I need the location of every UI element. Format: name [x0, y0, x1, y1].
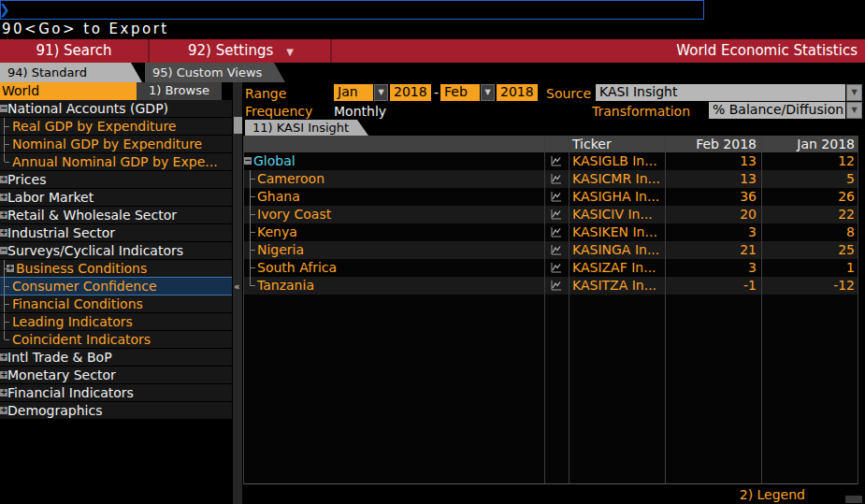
sidebar-item-nominal-gdp[interactable]: Nominal GDP by Expenditure	[0, 136, 232, 153]
sidebar-item-intl-trade-bop[interactable]: + Intl Trade & BoP	[0, 349, 232, 367]
sidebar-item-labor-market[interactable]: + Labor Market	[0, 189, 232, 207]
chart-icon[interactable]	[544, 277, 569, 295]
row-feb-value: 36	[665, 188, 761, 206]
table-row[interactable]: Ivory Coast KASICIV In... 20 22	[244, 206, 858, 223]
range-start-year-select[interactable]: 2018	[390, 84, 431, 101]
feb-column-header[interactable]: Feb 2018	[665, 136, 761, 153]
row-ticker: KASITZA In...	[569, 277, 665, 295]
export-hint-text: 90<Go> to Export	[2, 21, 169, 38]
tab-kasi-insight[interactable]: 11) KASI Insight	[245, 120, 368, 136]
row-jan-value: 26	[761, 188, 859, 206]
chevron-down-icon[interactable]: ▼	[481, 84, 495, 101]
row-ticker: KASICMR In...	[569, 170, 665, 188]
page-title: World Economic Statistics	[676, 39, 858, 63]
row-feb-value: 21	[665, 241, 761, 259]
range-end-month-select[interactable]: Feb	[440, 84, 480, 101]
chart-icon[interactable]	[544, 241, 569, 259]
chevron-down-icon[interactable]: ▼	[374, 84, 388, 101]
range-start-month-select[interactable]: Jan	[334, 84, 373, 101]
sidebar-item-leading-indicators[interactable]: Leading Indicators	[0, 313, 232, 331]
expand-icon[interactable]: +	[0, 211, 7, 219]
row-jan-value: 25	[761, 241, 859, 259]
collapse-icon[interactable]: −	[0, 247, 7, 254]
sidebar-item-annual-nominal-gdp[interactable]: Annual Nominal GDP by Expe...	[0, 153, 232, 171]
chevron-down-icon: ▼	[286, 47, 294, 57]
sidebar-item-coincident-indicators[interactable]: Coincident Indicators	[0, 331, 232, 349]
row-jan-value: -12	[761, 277, 859, 295]
table-row[interactable]: − Global KASIGLB In... 13 12	[244, 152, 858, 170]
chevron-down-icon[interactable]: ▼	[846, 102, 862, 119]
sidebar-item-business-conditions[interactable]: + Business Conditions	[0, 260, 232, 278]
table-row[interactable]: Nigeria KASINGA In... 21 25	[244, 241, 858, 259]
sidebar-item-surveys-cyclical[interactable]: − Surveys/Cyclical Indicators	[0, 242, 232, 260]
sidebar-item-retail-wholesale[interactable]: + Retail & Wholesale Sector	[0, 207, 232, 224]
menu-bar: 91) Search 92) Settings▼ World Economic …	[0, 39, 865, 63]
table-row[interactable]: Cameroon KASICMR In... 13 5	[244, 170, 858, 188]
expand-icon[interactable]: +	[0, 353, 7, 361]
search-button[interactable]: 91) Search	[0, 39, 150, 63]
chart-icon[interactable]	[544, 206, 569, 223]
expand-icon[interactable]: +	[0, 176, 7, 183]
sidebar-item-industrial-sector[interactable]: + Industrial Sector	[0, 224, 232, 242]
jan-column-header[interactable]: Jan 2018	[761, 136, 859, 153]
sidebar-item-demographics[interactable]: + Demographics	[0, 402, 232, 420]
expand-icon[interactable]: +	[0, 229, 7, 237]
chart-icon[interactable]	[544, 223, 569, 241]
settings-label: 92) Settings	[188, 42, 273, 59]
sidebar-scrollbar[interactable]: «	[232, 82, 243, 504]
transformation-label: Transformation	[592, 103, 690, 120]
row-name: Ivory Coast	[244, 206, 331, 223]
settings-button[interactable]: 92) Settings▼	[151, 39, 332, 63]
table-row[interactable]: Ghana KASIGHA In... 36 26	[244, 188, 858, 206]
column-divider	[544, 136, 545, 483]
chart-icon[interactable]	[544, 259, 569, 277]
browse-button[interactable]: 1) Browse	[137, 82, 222, 100]
collapse-icon[interactable]: −	[0, 105, 7, 112]
scrollbar-thumb[interactable]	[234, 117, 242, 134]
command-input[interactable]	[10, 1, 693, 17]
frequency-label: Frequency	[245, 103, 312, 120]
expand-icon[interactable]: +	[0, 194, 7, 201]
sidebar-item-prices[interactable]: + Prices	[0, 171, 232, 189]
region-selector[interactable]: World	[0, 82, 137, 100]
row-feb-value: 13	[665, 152, 761, 170]
row-name: Nigeria	[244, 241, 304, 258]
row-name: Cameroon	[244, 170, 324, 187]
column-divider	[761, 136, 762, 483]
tab-custom-views[interactable]: 95) Custom Views	[145, 63, 285, 82]
row-ticker: KASINGA In...	[569, 241, 665, 259]
tab-standard-views[interactable]: 94) Standard Views	[0, 63, 142, 82]
chevron-down-icon[interactable]: ▼	[846, 84, 862, 101]
sidebar-item-consumer-confidence[interactable]: Consumer Confidence	[0, 277, 232, 295]
sidebar-item-monetary-sector[interactable]: + Monetary Sector	[0, 367, 232, 384]
collapse-icon[interactable]: −	[244, 157, 252, 165]
row-feb-value: 13	[665, 170, 761, 188]
table-row[interactable]: Kenya KASIKEN In... 3 8	[244, 223, 858, 241]
chart-icon[interactable]	[544, 188, 569, 206]
expand-icon[interactable]: +	[0, 371, 7, 379]
sidebar-item-financial-conditions[interactable]: Financial Conditions	[0, 295, 232, 313]
sidebar-item-national-accounts[interactable]: − National Accounts (GDP)	[0, 100, 232, 118]
table-row[interactable]: South Africa KASIZAF In... 3 1	[244, 259, 858, 277]
chart-icon[interactable]	[544, 152, 569, 170]
range-end-year-select[interactable]: 2018	[497, 84, 538, 101]
legend-button[interactable]: 2) Legend	[740, 487, 805, 502]
table-row[interactable]: Tanzania KASITZA In... -1 -12	[244, 277, 858, 295]
command-bar[interactable]: ❯	[0, 0, 704, 20]
expand-icon[interactable]: +	[0, 389, 7, 396]
row-feb-value: -1	[665, 277, 761, 295]
sidebar-item-financial-indicators[interactable]: + Financial Indicators	[0, 384, 232, 402]
view-tab-bar: 94) Standard Views 95) Custom Views	[0, 63, 865, 82]
expand-icon[interactable]: +	[0, 407, 7, 414]
row-feb-value: 3	[665, 259, 761, 277]
row-name: Global	[244, 152, 296, 169]
row-name: Tanzania	[244, 277, 314, 294]
transformation-combobox[interactable]: % Balance/Diffusion	[709, 102, 845, 119]
collapse-panel-icon[interactable]: «	[234, 281, 240, 293]
expand-icon[interactable]: +	[7, 265, 14, 272]
ticker-column-header[interactable]: Ticker	[569, 136, 665, 153]
sidebar-item-real-gdp[interactable]: Real GDP by Expenditure	[0, 118, 232, 136]
source-combobox[interactable]: KASI Insight	[596, 84, 845, 101]
chart-icon[interactable]	[544, 170, 569, 188]
statistics-table: Ticker Feb 2018 Jan 2018 − Global KASIGL…	[243, 136, 858, 484]
